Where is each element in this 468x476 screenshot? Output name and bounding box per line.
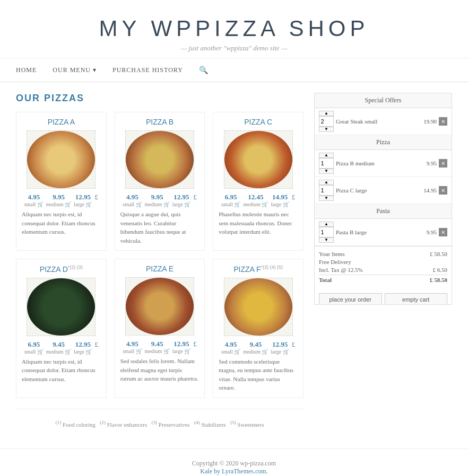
place-order-button[interactable]: place your order [319,293,382,305]
site-header: MY WPPIZZA SHOP — just another "wppizza"… [0,0,468,58]
qty-control-great-steak[interactable]: ▲ ▼ [319,111,334,132]
pizza-card-e: PIZZA E 4.95small 🛒 9.45medium 🛒 12.95la… [115,259,205,398]
item-name-pasta-b: Pasta B large [336,229,416,235]
theme-credit: Kale by LyraThemes.com. [11,468,457,475]
site-nav: HOME OUR MENU ▾ PURCHASE HISTORY 🔍 [0,58,468,82]
pizza-a-prices: 4.95small 🛒 9.95medium 🛒 12.95large 🛒 £ [22,193,101,207]
item-price-pizza-b: 9.95 [418,160,437,166]
pizza-a-name: PIZZA A [22,118,101,126]
tax-label: Incl. Tax @ 12.5% [319,267,363,273]
pizza-grid: PIZZA A 4.95small 🛒 9.95medium 🛒 12.95la… [16,112,304,398]
pizza-f-image [224,278,293,336]
pizza-e-name: PIZZA E [120,265,200,273]
cart-totals: Your Items £ 58.50 Free Delivery Incl. T… [315,246,452,289]
qty-input-pizza-c[interactable] [319,185,334,196]
qty-up-great-steak[interactable]: ▲ [319,111,334,116]
pizza-f-desc: Sed commodo scelerisque magna, eu tempus… [219,357,298,392]
remove-great-steak[interactable]: ✕ [439,117,447,126]
pizza-card-a: PIZZA A 4.95small 🛒 9.95medium 🛒 12.95la… [16,112,107,251]
pizza-card-c: PIZZA C 6.95small 🛒 12.45medium 🛒 14.95l… [213,112,304,251]
cart-pasta-header: Pasta [315,204,452,219]
pizza-c-name: PIZZA C [219,118,298,126]
site-tagline: — just another "wppizza" demo site — [11,44,457,52]
total-row: Total £ 58.50 [319,275,447,283]
your-items-label: Your Items [319,251,345,257]
pizza-e-image [125,277,194,336]
item-name-pizza-c: Pizza C large [336,187,416,193]
section-title: OUR PIZZAS [16,93,304,104]
site-title: MY WPPIZZA SHOP [11,16,457,41]
cart-item-pizza-b: ▲ ▼ Pizza B medium 9.95 ✕ [315,150,452,177]
tax-row: Incl. Tax @ 12.5% £ 6.50 [319,267,447,273]
qty-input-pizza-b[interactable] [319,158,334,169]
cart-item-pizza-c: ▲ ▼ Pizza C large 14.95 ✕ [315,177,452,204]
item-price-pizza-c: 14.95 [418,187,437,193]
nav-purchase-history[interactable]: PURCHASE HISTORY [112,66,183,74]
pizza-card-f: PIZZA F*(3) (4) (5) 4.95small 🛒 9.45medi… [213,259,304,398]
total-value: £ 58.50 [430,277,447,283]
pizza-e-prices: 4.95small 🛒 9.45medium 🛒 12.95large 🛒 £ [120,340,200,354]
pizza-d-prices: 6.95small 🛒 9.45medium 🛒 12.95large 🛒 £ [22,340,101,355]
qty-down-great-steak[interactable]: ▼ [319,127,334,132]
qty-down-pasta-b[interactable]: ▼ [319,237,334,243]
nav-our-menu[interactable]: OUR MENU ▾ [53,66,97,74]
qty-input-great-steak[interactable] [319,116,334,127]
pizza-f-name: PIZZA F*(3) (4) (5) [219,265,298,274]
remove-pasta-b[interactable]: ✕ [439,228,447,236]
total-label: Total [319,277,332,283]
pizza-d-desc: Aliquam nec turpis est, id consequat dol… [22,357,101,384]
pizza-card-d: PIZZA D*(2) (3) 6.95small 🛒 9.45medium 🛒… [16,259,107,398]
theme-link[interactable]: Kale by LyraThemes.com. [200,468,267,475]
pizza-f-prices: 4.95small 🛒 9.45medium 🛒 12.95large 🛒 £ [219,340,298,355]
site-footer: Copyright © 2020 wp-pizza.com Kale by Ly… [0,448,468,476]
item-name-pizza-b: Pizza B medium [336,160,416,166]
pizza-c-image [224,130,293,189]
pizza-b-image [125,130,194,189]
qty-control-pizza-b[interactable]: ▲ ▼ [319,153,334,174]
qty-input-pasta-b[interactable] [319,227,334,237]
search-icon[interactable]: 🔍 [199,66,208,75]
cart-sidebar: Special Offers ▲ ▼ Great Steak small 19.… [314,93,452,305]
pizza-d-image [27,278,96,336]
pizza-a-image [27,130,96,189]
remove-pizza-c[interactable]: ✕ [439,186,447,195]
cart-pizza-header: Pizza [315,135,452,150]
cart-special-offers-header: Special Offers [315,93,452,108]
item-price-great-steak: 19.90 [418,118,437,125]
empty-cart-button[interactable]: empty cart [385,293,448,305]
item-price-pasta-b: 9.95 [418,229,437,235]
qty-up-pizza-c[interactable]: ▲ [319,180,334,185]
pizza-b-prices: 4.95small 🛒 9.95medium 🛒 12.95large 🛒 £ [120,193,200,207]
pizza-b-desc: Quisque a augue dui, quis venenatis leo.… [120,210,200,245]
main-content: OUR PIZZAS PIZZA A 4.95small 🛒 9.95mediu… [0,82,468,448]
nav-home[interactable]: HOME [16,66,37,74]
pizza-e-desc: Sed sodales felis lorem. Nullam eleifend… [120,357,200,383]
qty-up-pizza-b[interactable]: ▲ [319,153,334,158]
pizza-card-b: PIZZA B 4.95small 🛒 9.95medium 🛒 12.95la… [115,112,205,251]
qty-control-pizza-c[interactable]: ▲ ▼ [319,180,334,201]
cart-item-pasta-b: ▲ ▼ Pasta B large 9.95 ✕ [315,219,452,246]
pizza-c-desc: Phasellus molestie mauris nec sem malesu… [219,210,298,236]
cart-item-great-steak: ▲ ▼ Great Steak small 19.90 ✕ [315,108,452,135]
pizza-b-name: PIZZA B [120,118,200,126]
pizza-c-prices: 6.95small 🛒 12.45medium 🛒 14.95large 🛒 £ [219,193,298,207]
your-items-row: Your Items £ 58.50 [319,251,447,257]
copyright: Copyright © 2020 wp-pizza.com [11,460,457,468]
pizza-a-desc: Aliquam nec turpis est, id consequat dol… [22,210,101,236]
pizza-section: OUR PIZZAS PIZZA A 4.95small 🛒 9.95mediu… [16,93,304,438]
qty-down-pizza-c[interactable]: ▼ [319,196,334,201]
footnotes: (1) Food coloring (2) Flavor enhancers (… [16,409,304,438]
qty-down-pizza-b[interactable]: ▼ [319,169,334,174]
your-items-value: £ 58.50 [430,251,447,257]
qty-up-pasta-b[interactable]: ▲ [319,222,334,227]
free-delivery-label: Free Delivery [319,259,351,265]
qty-control-pasta-b[interactable]: ▲ ▼ [319,222,334,243]
cart-actions: place your order empty cart [315,289,452,305]
free-delivery-row: Free Delivery [319,259,447,265]
tax-value: £ 6.50 [433,267,448,273]
chevron-down-icon: ▾ [93,66,97,74]
remove-pizza-b[interactable]: ✕ [439,159,447,168]
pizza-d-name: PIZZA D*(2) (3) [22,265,101,274]
item-name-great-steak: Great Steak small [336,118,416,125]
